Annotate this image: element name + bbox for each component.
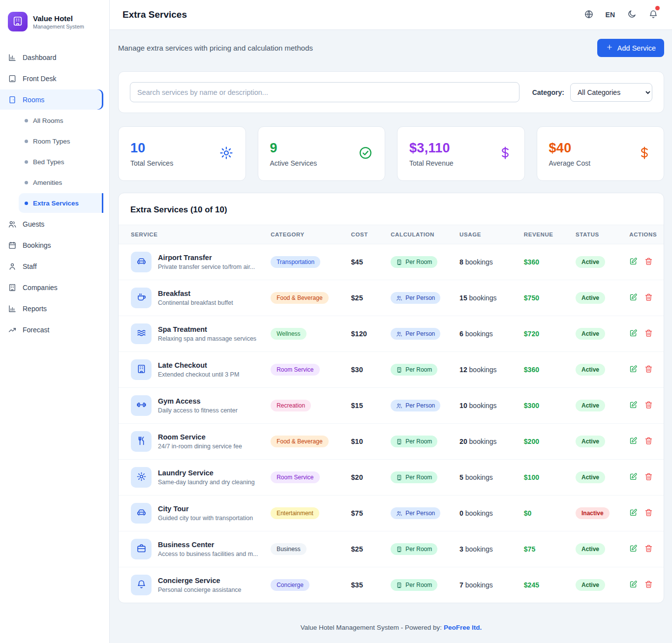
stat-label: Total Services xyxy=(130,159,173,167)
row-actions xyxy=(629,365,658,375)
dollar-icon xyxy=(498,146,513,162)
delete-service-button[interactable] xyxy=(644,401,653,410)
delete-service-button[interactable] xyxy=(644,544,653,554)
sidebar-item-front-desk[interactable]: Front Desk xyxy=(0,68,103,88)
service-icon-box xyxy=(131,323,152,344)
sidebar-item-bed-types[interactable]: Bed Types xyxy=(19,152,103,172)
service-row-business-center: Business CenterAccess to business facili… xyxy=(119,531,664,567)
sidebar-item-reports[interactable]: Reports xyxy=(0,298,103,319)
hotel-logo-icon xyxy=(12,16,23,28)
table-header-row: SERVICECATEGORYCOSTCALCULATIONUSAGEREVEN… xyxy=(119,225,664,244)
category-select[interactable]: All Categories xyxy=(570,83,652,102)
delete-service-button[interactable] xyxy=(644,508,653,518)
usage-cell: 15 bookings xyxy=(454,280,518,316)
service-cell: Room Service24/7 in-room dining service … xyxy=(131,431,259,452)
forecast-icon xyxy=(8,325,17,334)
sidebar-item-amenities[interactable]: Amenities xyxy=(19,173,103,192)
moon-icon xyxy=(627,9,637,21)
gear-icon xyxy=(136,471,147,483)
edit-service-button[interactable] xyxy=(629,580,638,590)
service-description: Continental breakfast buffet xyxy=(158,299,233,306)
service-name: Gym Access xyxy=(158,397,238,405)
sidebar-item-forecast[interactable]: Forecast xyxy=(0,320,103,340)
sidebar: Value Hotel Management System DashboardF… xyxy=(0,0,110,643)
service-cell: Laundry ServiceSame-day laundry and dry … xyxy=(131,467,259,488)
trash-icon xyxy=(644,472,653,482)
service-name: Breakfast xyxy=(158,290,233,297)
trash-icon xyxy=(644,257,653,267)
service-name: Late Checkout xyxy=(158,361,239,369)
cost-value: $25 xyxy=(345,280,385,316)
sidebar-item-label: Dashboard xyxy=(23,54,57,61)
sidebar-item-staff[interactable]: Staff xyxy=(0,256,103,276)
stat-value: $40 xyxy=(549,141,591,156)
bullet-icon xyxy=(25,202,28,205)
delete-service-button[interactable] xyxy=(644,580,653,590)
delete-service-button[interactable] xyxy=(644,365,653,375)
service-name: Room Service xyxy=(158,433,242,441)
edit-service-button[interactable] xyxy=(629,472,638,482)
per-room-icon xyxy=(396,474,402,481)
service-name: Airport Transfer xyxy=(158,254,255,262)
car-icon xyxy=(136,507,147,519)
edit-service-button[interactable] xyxy=(629,544,638,554)
topbar-actions: EN xyxy=(584,9,658,21)
cost-value: $30 xyxy=(345,352,385,388)
delete-service-button[interactable] xyxy=(644,437,653,446)
service-row-breakfast: BreakfastContinental breakfast buffetFoo… xyxy=(119,280,664,316)
delete-service-button[interactable] xyxy=(644,472,653,482)
usage-count: 12 xyxy=(459,366,467,374)
stat-card-total-services: 10Total Services xyxy=(118,126,246,181)
calculation-badge: Per Person xyxy=(391,400,440,411)
edit-service-button[interactable] xyxy=(629,508,638,518)
edit-service-button[interactable] xyxy=(629,293,638,303)
sidebar-item-room-types[interactable]: Room Types xyxy=(19,131,103,151)
sidebar-item-rooms[interactable]: Rooms xyxy=(0,89,103,110)
sidebar-item-dashboard[interactable]: Dashboard xyxy=(0,47,103,67)
per-person-icon xyxy=(396,510,402,517)
per-person-icon xyxy=(396,331,402,337)
service-cell: BreakfastContinental breakfast buffet xyxy=(131,288,259,308)
column-header-actions: ACTIONS xyxy=(623,225,664,244)
revenue-value: $100 xyxy=(518,460,570,496)
service-icon-box xyxy=(131,359,152,380)
sidebar-item-extra-services[interactable]: Extra Services xyxy=(19,193,103,213)
edit-service-button[interactable] xyxy=(629,257,638,267)
language-code[interactable]: EN xyxy=(606,11,615,19)
language-globe-button[interactable] xyxy=(584,9,594,21)
delete-service-button[interactable] xyxy=(644,293,653,303)
search-input[interactable] xyxy=(130,82,519,102)
category-badge: Room Service xyxy=(271,364,319,376)
column-header-revenue: REVENUE xyxy=(518,225,570,244)
sidebar-item-bookings[interactable]: Bookings xyxy=(0,235,103,255)
service-cell: Airport TransferPrivate transfer service… xyxy=(131,252,259,272)
usage-unit: bookings xyxy=(469,402,497,409)
usage-count: 10 xyxy=(459,402,467,409)
edit-service-button[interactable] xyxy=(629,365,638,375)
sidebar-item-companies[interactable]: Companies xyxy=(0,277,103,297)
service-description: Daily access to fitness center xyxy=(158,407,238,414)
edit-service-button[interactable] xyxy=(629,401,638,410)
notifications-button[interactable] xyxy=(648,9,658,21)
add-service-button[interactable]: Add Service xyxy=(597,39,664,57)
service-row-laundry-service: Laundry ServiceSame-day laundry and dry … xyxy=(119,460,664,496)
edit-service-button[interactable] xyxy=(629,437,638,446)
bullet-icon xyxy=(25,119,28,122)
cost-value: $75 xyxy=(345,496,385,531)
status-badge: Inactive xyxy=(576,507,610,519)
sidebar-item-all-rooms[interactable]: All Rooms xyxy=(19,111,103,130)
stat-label: Total Revenue xyxy=(409,159,454,167)
trash-icon xyxy=(644,401,653,410)
footer-brand-link[interactable]: PeoFree ltd. xyxy=(444,624,482,631)
delete-service-button[interactable] xyxy=(644,329,653,339)
sidebar-item-guests[interactable]: Guests xyxy=(0,214,103,234)
usage-unit: bookings xyxy=(465,509,493,517)
edit-icon xyxy=(629,580,638,590)
edit-service-button[interactable] xyxy=(629,329,638,339)
usage-cell: 10 bookings xyxy=(454,388,518,424)
service-row-concierge-service: Concierge ServicePersonal concierge assi… xyxy=(119,567,664,603)
dark-mode-button[interactable] xyxy=(627,9,637,21)
delete-service-button[interactable] xyxy=(644,257,653,267)
usage-count: 0 xyxy=(459,509,463,517)
row-actions xyxy=(629,580,658,590)
